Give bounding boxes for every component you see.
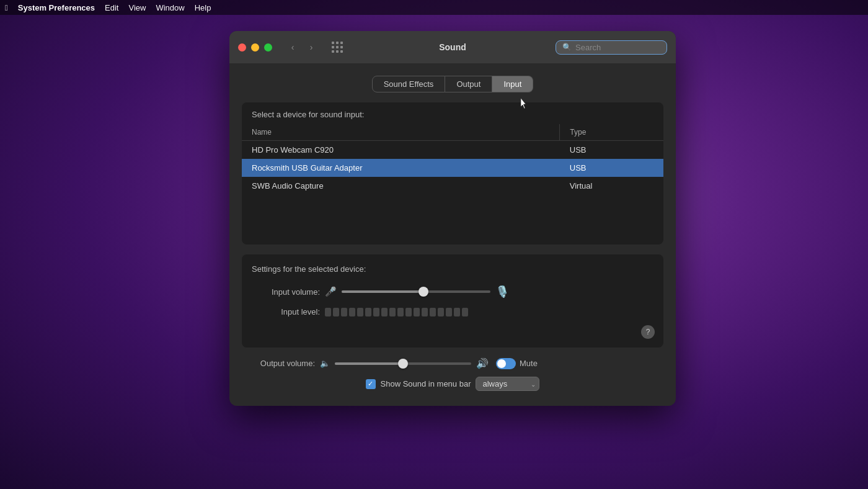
vol-high-icon: 🔊 bbox=[476, 357, 489, 369]
apple-menu[interactable]:  bbox=[5, 3, 8, 12]
settings-title: Settings for the selected device: bbox=[252, 264, 653, 274]
level-bar-13 bbox=[422, 308, 428, 316]
level-bar-12 bbox=[414, 308, 420, 316]
traffic-lights bbox=[238, 43, 272, 52]
level-bar-17 bbox=[454, 308, 460, 316]
level-bar-11 bbox=[405, 308, 412, 316]
grid-icon bbox=[332, 42, 343, 53]
device-section-title: Select a device for sound input: bbox=[242, 102, 663, 124]
tab-input[interactable]: Input bbox=[492, 76, 533, 92]
always-dropdown[interactable]: always when active bbox=[476, 377, 539, 391]
nav-arrows: ‹ › bbox=[285, 39, 319, 55]
window-title: Sound bbox=[439, 42, 466, 52]
menubar-help[interactable]: Help bbox=[195, 3, 211, 12]
mute-toggle[interactable] bbox=[496, 358, 516, 369]
device-name: HD Pro Webcam C920 bbox=[242, 141, 560, 159]
input-volume-label: Input volume: bbox=[252, 287, 320, 297]
search-icon: 🔍 bbox=[562, 43, 572, 52]
menubar:  System Preferences Edit View Window He… bbox=[0, 0, 868, 15]
mute-row: Mute bbox=[496, 358, 538, 369]
level-bar-15 bbox=[438, 308, 444, 316]
settings-section: Settings for the selected device: Input … bbox=[242, 254, 663, 348]
input-level-bars bbox=[325, 308, 468, 316]
output-volume-row: Output volume: 🔈 🔊 Mute bbox=[247, 357, 658, 369]
mute-toggle-knob bbox=[497, 359, 506, 368]
show-sound-checkbox[interactable]: ✓ bbox=[366, 379, 376, 389]
menubar-window[interactable]: Window bbox=[156, 3, 184, 12]
level-bar-18 bbox=[462, 308, 468, 316]
level-bar-5 bbox=[357, 308, 363, 316]
sound-preferences-window: ‹ › Sound 🔍 Sound Effects Output Input S… bbox=[229, 31, 676, 406]
search-box[interactable]: 🔍 bbox=[556, 40, 667, 55]
level-bar-4 bbox=[349, 308, 355, 316]
back-button[interactable]: ‹ bbox=[285, 39, 301, 55]
input-volume-row: Input volume: 🎤 🎙️ bbox=[252, 285, 653, 298]
table-empty-space bbox=[242, 195, 663, 244]
device-type: USB bbox=[560, 159, 663, 177]
device-name: Rocksmith USB Guitar Adapter bbox=[242, 159, 560, 177]
tabs: Sound Effects Output Input bbox=[242, 76, 663, 92]
device-type: Virtual bbox=[560, 177, 663, 195]
minimize-button[interactable] bbox=[251, 43, 259, 52]
mic-high-icon: 🎙️ bbox=[495, 285, 509, 298]
search-input[interactable] bbox=[575, 43, 660, 52]
level-bar-1 bbox=[325, 308, 331, 316]
level-bar-2 bbox=[333, 308, 339, 316]
level-bar-14 bbox=[430, 308, 436, 316]
menubar-view[interactable]: View bbox=[128, 3, 146, 12]
window-content: Sound Effects Output Input Select a devi… bbox=[229, 63, 676, 406]
show-sound-row: ✓ Show Sound in menu bar always when act… bbox=[247, 377, 658, 391]
input-volume-slider[interactable] bbox=[342, 290, 490, 293]
level-bar-8 bbox=[381, 308, 388, 316]
tab-sound-effects[interactable]: Sound Effects bbox=[372, 76, 446, 92]
mic-low-icon: 🎤 bbox=[325, 286, 337, 297]
input-level-label: Input level: bbox=[252, 307, 320, 316]
output-volume-slider[interactable] bbox=[335, 362, 471, 365]
col-type-header: Type bbox=[560, 124, 663, 141]
table-row[interactable]: SWB Audio Capture Virtual bbox=[242, 177, 663, 195]
vol-low-icon: 🔈 bbox=[320, 359, 330, 368]
device-name: SWB Audio Capture bbox=[242, 177, 560, 195]
level-bar-6 bbox=[365, 308, 371, 316]
col-name-header: Name bbox=[242, 124, 560, 141]
menubar-system-preferences[interactable]: System Preferences bbox=[18, 3, 95, 12]
device-type: USB bbox=[560, 141, 663, 159]
device-section: Select a device for sound input: Name Ty… bbox=[242, 102, 663, 244]
level-bar-16 bbox=[446, 308, 452, 316]
table-row[interactable]: HD Pro Webcam C920 USB bbox=[242, 141, 663, 159]
grid-view-button[interactable] bbox=[329, 39, 345, 55]
output-volume-label: Output volume: bbox=[247, 359, 315, 368]
close-button[interactable] bbox=[238, 43, 246, 52]
maximize-button[interactable] bbox=[264, 43, 272, 52]
level-bar-3 bbox=[341, 308, 347, 316]
help-button[interactable]: ? bbox=[641, 325, 655, 339]
tab-output[interactable]: Output bbox=[445, 76, 492, 92]
device-table: Name Type HD Pro Webcam C920 USB Rocksmi… bbox=[242, 124, 663, 244]
table-row[interactable]: Rocksmith USB Guitar Adapter USB bbox=[242, 159, 663, 177]
mute-label: Mute bbox=[520, 359, 538, 368]
titlebar: ‹ › Sound 🔍 bbox=[229, 31, 676, 63]
level-bar-9 bbox=[389, 308, 396, 316]
bottom-controls: Output volume: 🔈 🔊 Mute ✓ bbox=[242, 357, 663, 391]
menubar-edit[interactable]: Edit bbox=[105, 3, 118, 12]
show-sound-label: Show Sound in menu bar bbox=[381, 379, 471, 388]
always-dropdown-wrapper: always when active ⌄ bbox=[476, 377, 539, 391]
checkmark-icon: ✓ bbox=[368, 380, 373, 387]
input-level-row: Input level: bbox=[252, 307, 653, 316]
level-bar-7 bbox=[373, 308, 379, 316]
level-bar-10 bbox=[397, 308, 404, 316]
forward-button[interactable]: › bbox=[303, 39, 319, 55]
